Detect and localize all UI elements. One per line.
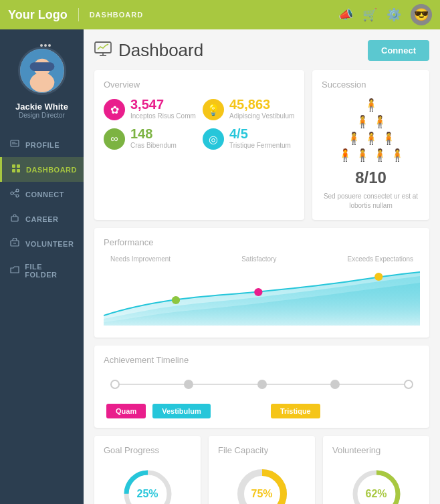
user-title: Design Director: [19, 112, 65, 119]
overview-icon-0: ✿: [104, 99, 125, 120]
volunteer-icon: [9, 238, 20, 249]
breadcrumb: DASHBOARD: [90, 11, 144, 19]
sidebar-item-connect[interactable]: CONNECT: [0, 182, 84, 207]
avatar[interactable]: 😎: [411, 4, 432, 25]
goal-progress-title: Goal Progress: [104, 445, 159, 455]
connect-button[interactable]: Connect: [368, 40, 429, 61]
overview-title: Overview: [104, 80, 295, 90]
profile-label: PROFILE: [25, 141, 60, 149]
overview-grid: ✿ 3,547 Inceptos Risus Comm 💡 45,863 Adi…: [104, 98, 295, 150]
user-name: Jackie White: [15, 102, 68, 112]
overview-item-2: ∞ 148 Cras Bibendum: [104, 127, 196, 150]
overview-value-1: 45,863: [229, 98, 294, 111]
filefolder-label: FILE FOLDER: [25, 263, 74, 279]
svg-rect-16: [11, 217, 18, 221]
timeline-dot-3: [330, 380, 340, 389]
dot3: [48, 44, 51, 47]
sidebar-item-career[interactable]: CAREER: [0, 207, 84, 231]
figure-pink-5: 🧍: [355, 148, 370, 162]
sidebar-item-volunteer[interactable]: VOLUNTEER: [0, 231, 84, 256]
title-wrap: Dashboard: [94, 40, 203, 61]
goal-progress-label: 25%: [136, 488, 158, 500]
svg-point-22: [172, 296, 180, 304]
overview-icon-2: ∞: [104, 128, 125, 150]
volunteering-label: 62%: [365, 488, 387, 500]
timeline-title: Achievement Timeline: [104, 355, 420, 365]
sidebar-item-filefolder[interactable]: FILE FOLDER: [0, 256, 84, 285]
goal-progress-donut: 25%: [121, 467, 175, 504]
timeline-wrap: [110, 374, 413, 394]
timeline-tag-1: Vestibulum: [152, 404, 211, 418]
overview-value-0: 3,547: [130, 98, 196, 111]
bottom-row: Goal Progress 25% File Capacity: [94, 436, 429, 504]
sidebar-item-profile[interactable]: PROFILE: [0, 132, 84, 157]
file-capacity-label: 75%: [251, 488, 272, 500]
nav-divider: [78, 8, 79, 21]
svg-rect-10: [17, 169, 20, 172]
gear-icon[interactable]: ⚙️: [387, 7, 401, 22]
timeline-tag-2: Tristique: [271, 404, 320, 418]
user-avatar: [18, 47, 66, 95]
timeline-dot-1: [184, 380, 193, 389]
overview-item-1: 💡 45,863 Adipiscing Vestibulum: [203, 98, 295, 120]
svg-point-12: [16, 189, 19, 192]
succession-row-2: 🧍 🧍: [355, 114, 387, 129]
connect-label: CONNECT: [25, 191, 64, 199]
svg-rect-3: [29, 62, 54, 71]
volunteering-card: Volunteering 62%: [323, 436, 429, 504]
succession-row-4: 🧍 🧍 🧍 🧍: [338, 148, 405, 162]
svg-point-24: [374, 273, 382, 281]
topnav: Your Logo DASHBOARD 📣 🛒 ⚙️ 😎: [0, 0, 440, 29]
succession-card: Succession 🧍 🧍 🧍 🧍 🧍 🧍 �: [312, 70, 429, 220]
timeline-tag-0: Quam: [106, 404, 146, 418]
overview-desc-3: Tristique Fermentum: [229, 142, 291, 149]
folder-icon: [9, 265, 19, 277]
svg-point-23: [254, 288, 262, 296]
succession-row-1: 🧍: [364, 98, 378, 112]
figure-pink-3: 🧍: [381, 131, 396, 146]
overview-icon-3: ◎: [203, 128, 224, 150]
cart-icon[interactable]: 🛒: [362, 7, 377, 22]
content-header: Dashboard Connect: [94, 40, 429, 61]
main-content: Dashboard Connect Overview ✿ 3,547 Incep…: [84, 29, 440, 504]
sidebar-dots-menu: [33, 40, 51, 47]
timeline-dot-4: [404, 380, 413, 389]
figure-grey-2: 🧍: [355, 114, 370, 129]
svg-line-14: [13, 191, 16, 193]
svg-rect-8: [17, 164, 20, 168]
topnav-icons: 📣 🛒 ⚙️ 😎: [338, 4, 432, 25]
timeline-tags: Quam Vestibulum Tristique: [104, 404, 420, 418]
overview-desc-1: Adipiscing Vestibulum: [229, 112, 294, 120]
career-icon: [9, 213, 20, 225]
performance-chart: [104, 265, 420, 326]
volunteering-donut: 62%: [350, 467, 403, 504]
file-capacity-donut: 75%: [235, 467, 289, 504]
perf-labels: Needs Improvement Satisfactory Exceeds E…: [104, 255, 420, 263]
svg-rect-7: [12, 164, 15, 168]
overview-desc-0: Inceptos Risus Comm: [130, 112, 196, 120]
performance-card: Performance Needs Improvement Satisfacto…: [94, 228, 429, 338]
svg-point-2: [29, 73, 54, 92]
succession-figures: 🧍 🧍 🧍 🧍 🧍 🧍 🧍 🧍 🧍: [322, 98, 420, 211]
figure-pink-2: 🧍: [364, 131, 378, 146]
timeline-dot-0: [110, 380, 120, 389]
dashboard-title-icon: [94, 41, 112, 60]
logo: Your Logo: [8, 8, 68, 22]
performance-title: Performance: [104, 237, 420, 247]
svg-rect-9: [12, 169, 15, 172]
megaphone-icon[interactable]: 📣: [338, 7, 353, 22]
sidebar: Jackie White Design Director PROFILE: [0, 29, 84, 504]
overview-card: Overview ✿ 3,547 Inceptos Risus Comm 💡 4…: [94, 70, 304, 220]
svg-line-15: [13, 194, 16, 196]
succession-row-3: 🧍 🧍 🧍: [346, 131, 396, 146]
overview-value-3: 4/5: [229, 127, 291, 140]
overview-item-0: ✿ 3,547 Inceptos Risus Comm: [104, 98, 196, 120]
overview-item-3: ◎ 4/5 Tristique Fermentum: [203, 127, 295, 150]
figure-pink-1: 🧍: [346, 131, 361, 146]
sidebar-nav: PROFILE DASHBOARD: [0, 132, 84, 285]
goal-progress-card: Goal Progress 25%: [94, 436, 201, 504]
page-title: Dashboard: [118, 40, 203, 61]
sidebar-item-dashboard[interactable]: DASHBOARD: [0, 157, 84, 182]
overview-desc-2: Cras Bibendum: [130, 142, 177, 149]
figure-grey-1: 🧍: [364, 98, 378, 112]
